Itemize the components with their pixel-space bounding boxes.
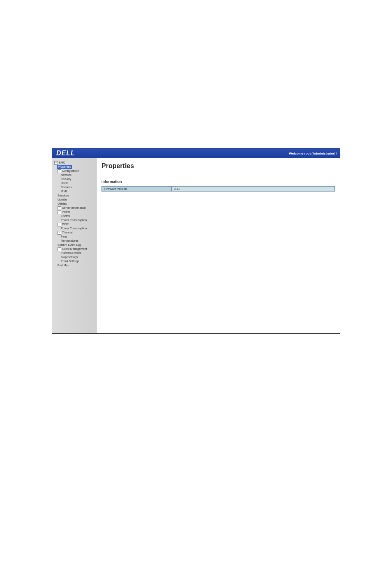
sidebar-nav: BMCPropertiesConfigurationNetworkSecurit… [52, 158, 97, 333]
bmc-admin-window: DELL Welcome root (Administrator) ! BMCP… [52, 148, 340, 334]
sidebar-item-power-consumption[interactable]: Power Consumption [60, 218, 95, 222]
table-row: Firmware Version2.11 [102, 187, 335, 192]
sidebar-item-event-management[interactable]: Event Management [57, 247, 95, 251]
sidebar-item-users[interactable]: Users [60, 181, 95, 185]
main-area: BMCPropertiesConfigurationNetworkSecurit… [52, 158, 340, 333]
top-bar: DELL Welcome root (Administrator) ! [52, 148, 340, 158]
sidebar-item-properties[interactable]: Properties [57, 165, 72, 169]
sidebar-item-server-information[interactable]: Server Information [57, 206, 95, 210]
sidebar-item-services[interactable]: Services [60, 185, 95, 189]
sidebar-item-power-consumption[interactable]: Power Consumption [60, 226, 95, 231]
sidebar-item-power[interactable]: Power [57, 210, 95, 214]
sidebar-item-network[interactable]: Network [60, 173, 95, 177]
section-title-information: Information [101, 180, 335, 184]
sidebar-item-utilities[interactable]: Utilities [57, 202, 95, 206]
info-label-firmware-version: Firmware Version [102, 187, 172, 192]
sidebar-item-pcie[interactable]: PCIE [57, 222, 95, 226]
page-title: Properties [101, 162, 335, 170]
sidebar-item-ipmi[interactable]: IPMI [60, 189, 95, 194]
sidebar-item-thermal[interactable]: Thermal [57, 231, 95, 235]
sidebar-item-port-map[interactable]: Port Map [57, 263, 95, 268]
dell-logo: DELL [55, 150, 75, 157]
welcome-text: Welcome root (Administrator) ! [289, 152, 337, 155]
sidebar-item-system-event-log[interactable]: System Event Log [57, 243, 95, 247]
sidebar-item-platform-events[interactable]: Platform Events [60, 251, 95, 255]
information-table: Firmware Version2.11 [101, 186, 335, 192]
sidebar-item-update[interactable]: Update [57, 198, 95, 202]
sidebar-item-security[interactable]: Security [60, 177, 95, 181]
sidebar-item-bmc[interactable]: BMC [54, 161, 95, 165]
sidebar-item-fans[interactable]: Fans [60, 235, 95, 239]
sidebar-item-trap-settings[interactable]: Trap Settings [60, 255, 95, 259]
sidebar-item-temperatures[interactable]: Temperatures [60, 239, 95, 243]
info-value-firmware-version: 2.11 [172, 187, 335, 192]
sidebar-item-configuration[interactable]: Configuration [57, 169, 95, 173]
sidebar-item-email-settings[interactable]: Email Settings [60, 259, 95, 263]
content-pane: Properties Information Firmware Version2… [97, 158, 340, 333]
sidebar-item-sessions[interactable]: Sessions [57, 194, 95, 198]
sidebar-item-control[interactable]: Control [60, 214, 95, 218]
